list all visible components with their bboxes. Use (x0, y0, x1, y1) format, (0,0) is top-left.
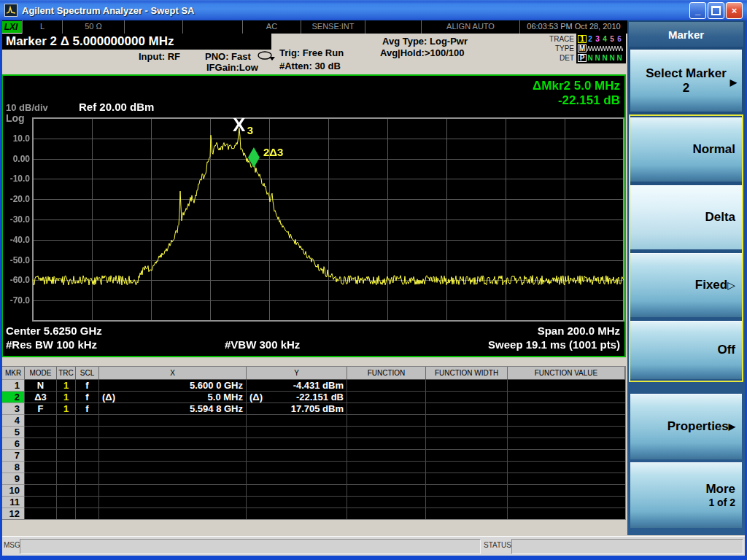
cell-mode: Δ3 (25, 391, 57, 402)
cell-x (99, 496, 247, 508)
cell-function-width (426, 414, 508, 426)
annunciator-clock: 06:03:53 PM Oct 28, 2010 (519, 20, 627, 34)
cell-y: (Δ)-22.151 dB (247, 391, 347, 402)
trace-types-row: M (578, 44, 624, 53)
cell-mode (25, 426, 57, 438)
close-button[interactable]: × (726, 2, 743, 19)
lxi-badge: LXI (0, 21, 22, 34)
marker-table-row-9[interactable]: 9 (2, 472, 625, 484)
avg-type-annotation: Avg Type: Log-Pwr (382, 36, 468, 47)
detector-active: P (578, 54, 587, 62)
annunciator-align: ALIGN AUTO (421, 20, 519, 34)
measurement-bar: Marker 2 Δ 5.000000000 MHz Input: RF PNO… (0, 34, 627, 74)
normal-button[interactable]: Normal (630, 117, 742, 182)
vbw-label: #VBW 300 kHz (225, 338, 300, 351)
cell-scl (76, 426, 99, 438)
status-label: STATUS (484, 541, 511, 549)
delta-marker-freq-readout: ΔMkr2 5.0 MHz (533, 79, 620, 93)
marker-table-row-12[interactable]: 12 (2, 508, 625, 519)
cell-mkr: 5 (2, 426, 25, 438)
marker-table-row-11[interactable]: 11 (2, 496, 625, 508)
marker-table-row-4[interactable]: 4 (2, 414, 625, 426)
table-header-function: FUNCTION (347, 367, 426, 379)
cell-trc (57, 414, 76, 426)
table-header-mode: MODE (25, 367, 57, 379)
cell-y (247, 484, 347, 496)
table-header-function-value: FUNCTION VALUE (508, 367, 625, 379)
cell-mkr: 8 (2, 461, 25, 472)
marker-table-row-5[interactable]: 5 (2, 426, 625, 438)
delta-button[interactable]: Delta (630, 185, 742, 249)
cell-function (347, 391, 426, 402)
app-icon (4, 4, 18, 17)
fixed-label: Fixed (695, 278, 727, 292)
marker-table: MKRMODETRCSCLXYFUNCTIONFUNCTION WIDTHFUN… (1, 366, 626, 520)
res-bw-label: #Res BW 100 kHz (6, 338, 97, 351)
cell-x: 5.594 8 GHz (99, 402, 247, 414)
trace-status-block: 123456 M PNNNNN (576, 34, 626, 63)
annunciator-trigger: L (22, 20, 62, 34)
table-header-trc: TRC (57, 367, 76, 379)
cell-function (347, 461, 426, 472)
marker-table-row-6[interactable]: 6 (2, 438, 625, 449)
cell-function (347, 496, 426, 508)
cell-scl (76, 484, 99, 496)
cell-mkr: 3 (2, 402, 25, 414)
table-header-scl: SCL (76, 367, 99, 379)
annunciator-impedance: 50 Ω (62, 20, 124, 34)
off-button[interactable]: Off (630, 321, 742, 379)
active-function-readout: Marker 2 Δ 5.000000000 MHz (1, 34, 271, 50)
properties-button[interactable]: Properties ▶ (630, 394, 742, 459)
cell-scl (76, 472, 99, 484)
cell-function-value (508, 484, 625, 496)
cell-function-value (508, 472, 625, 484)
cell-y (247, 496, 347, 508)
minimize-button[interactable]: _ (689, 2, 706, 19)
trace-numbers-row: 123456 (578, 34, 624, 44)
cell-mkr: 9 (2, 472, 25, 484)
cell-function-width (426, 461, 508, 472)
annunciator-coupling: AC (242, 20, 301, 34)
detector-indicator: N (587, 54, 594, 62)
maximize-button[interactable] (708, 2, 724, 19)
marker-table-row-1[interactable]: 1N1f5.600 0 GHz-4.431 dBm (2, 379, 625, 391)
select-marker-label: Select Marker (646, 66, 727, 81)
ref-level-label: Ref 20.00 dBm (79, 101, 154, 113)
span-label: Span 200.0 MHz (538, 324, 620, 337)
cell-mode (25, 496, 57, 508)
trig-annotation: Trig: Free Run (279, 47, 344, 58)
trace-type-waveform-icon (587, 44, 623, 52)
cell-scl (76, 508, 99, 519)
annunciator-empty-1 (124, 20, 182, 34)
cell-x: 5.600 0 GHz (99, 379, 247, 391)
cell-trc (57, 508, 76, 519)
detector-indicator: N (608, 54, 616, 62)
cell-function-width (426, 472, 508, 484)
marker-table-row-7[interactable]: 7 (2, 449, 625, 461)
spectrum-trace-canvas (3, 76, 624, 356)
marker-table-row-2[interactable]: 2Δ31f(Δ)5.0 MHz(Δ)-22.151 dB (2, 391, 625, 402)
marker-table-row-10[interactable]: 10 (2, 484, 625, 496)
cell-function-value (508, 508, 625, 519)
select-marker-button[interactable]: Select Marker ▶ 2 (630, 50, 742, 112)
properties-label: Properties (667, 419, 729, 434)
cell-mode (25, 449, 57, 461)
cell-function-width (426, 508, 508, 519)
marker-table-row-3[interactable]: 3F1f5.594 8 GHz17.705 dBm (2, 402, 625, 414)
trace-6-indicator: 6 (616, 35, 623, 43)
msg-label: MSG (4, 541, 20, 549)
more-button[interactable]: More 1 of 2 (630, 462, 742, 528)
spectrum-display: 10 dB/div Log Ref 20.00 dBm ΔMkr2 5.0 MH… (1, 74, 626, 357)
cell-mode (25, 461, 57, 472)
cell-function-value (508, 438, 625, 449)
status-field (511, 539, 743, 554)
cell-x (99, 472, 247, 484)
marker-table-row-8[interactable]: 8 (2, 461, 625, 472)
cell-y (247, 426, 347, 438)
cell-scl (76, 461, 99, 472)
sweep-time-label: Sweep 19.1 ms (1001 pts) (488, 338, 620, 351)
cell-function-value (508, 414, 625, 426)
trace-label: TRACE (549, 34, 574, 44)
fixed-button[interactable]: Fixed ▷ (630, 253, 742, 317)
avg-hold-annotation: Avg|Hold:>100/100 (380, 47, 465, 58)
